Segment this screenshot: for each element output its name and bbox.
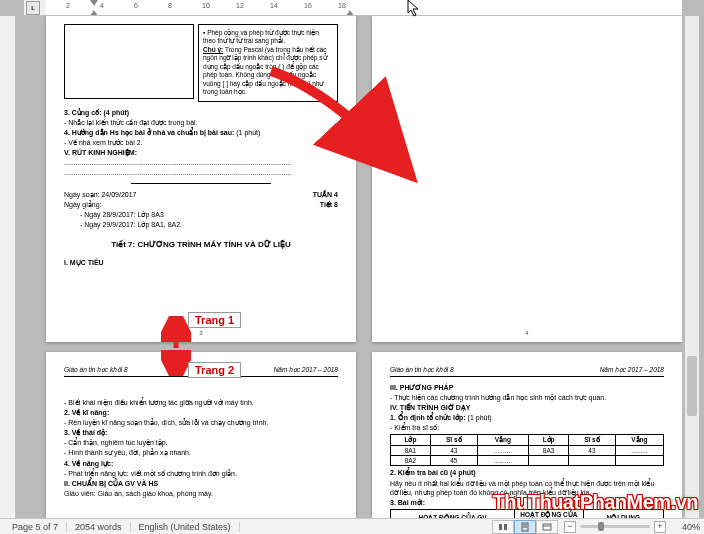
subheading: 3. Về thái độ: bbox=[64, 428, 338, 437]
body-line: - Thực hiện các chương trình hướng dẫn h… bbox=[390, 393, 664, 402]
status-bar: Page 5 of 7 2054 words English (United S… bbox=[0, 518, 704, 534]
document-workspace[interactable]: ▪ Phép cộng và phép trừ được thực hiện t… bbox=[16, 16, 682, 518]
class-line: - Ngày 29/9/2017: Lớp 8A1, 8A2. bbox=[64, 220, 338, 229]
th: Sĩ số bbox=[569, 435, 616, 446]
th: Vắng bbox=[615, 435, 663, 446]
week-label: TUẦN 4 bbox=[313, 190, 338, 199]
header-left: Giáo án tin học khối 8 bbox=[390, 366, 454, 374]
zoom-slider[interactable] bbox=[580, 525, 650, 528]
svg-rect-6 bbox=[543, 524, 551, 530]
indent-marker-top[interactable] bbox=[90, 0, 98, 6]
tab-selector[interactable]: L bbox=[26, 1, 40, 15]
status-page[interactable]: Page 5 of 7 bbox=[4, 522, 67, 532]
note-box: ▪ Phép cộng và phép trừ được thực hiện t… bbox=[198, 24, 338, 102]
section-4-time: (1 phút) bbox=[236, 129, 260, 136]
date-compose: Ngày soạn: 24/09/2017 bbox=[64, 190, 137, 199]
ruler-num: 8 bbox=[168, 2, 172, 9]
section-iii-heading: III. PHƯƠNG PHÁP bbox=[390, 383, 664, 392]
zoom-control: − + 40% bbox=[564, 521, 700, 533]
watermark-logo: ThuThuatPhanMem.vn bbox=[493, 491, 698, 514]
dots-line: ........................................… bbox=[64, 168, 338, 177]
annotation-label-trang2: Trang 2 bbox=[188, 362, 241, 378]
body-line: - Phát triển năng lực: viết một số chươn… bbox=[64, 469, 338, 478]
status-language[interactable]: English (United States) bbox=[131, 522, 240, 532]
header-right: Năm học 2017 – 2018 bbox=[274, 366, 338, 374]
zoom-out-button[interactable]: − bbox=[564, 521, 576, 533]
section-4-heading: 4. Hướng dẫn Hs học bài ở nhà và chuẩn b… bbox=[64, 129, 234, 136]
page-number: 3 bbox=[46, 330, 356, 336]
chu-y-label: Chú ý: bbox=[203, 46, 223, 53]
scrollbar-thumb[interactable] bbox=[687, 356, 697, 416]
empty-cell-box bbox=[64, 24, 194, 99]
section-5-heading: V. RÚT KINH NGHIỆM: bbox=[64, 148, 338, 157]
th: Vắng bbox=[477, 435, 529, 446]
subheading: 2. Về kĩ năng: bbox=[64, 408, 338, 417]
period-label: Tiết 8 bbox=[320, 200, 338, 209]
th: Sĩ số bbox=[430, 435, 477, 446]
body-line: - Hình thành sự yêu, đời, phản xạ nhanh. bbox=[64, 448, 338, 457]
print-layout-button[interactable] bbox=[514, 520, 536, 534]
header-left: Giáo án tin học khối 8 bbox=[64, 366, 128, 374]
page-number: 4 bbox=[372, 330, 682, 336]
zoom-slider-knob[interactable] bbox=[598, 522, 604, 531]
svg-rect-2 bbox=[504, 524, 507, 530]
body-line: - Biết khái niệm điều khiển tương tác gi… bbox=[64, 398, 338, 407]
zoom-in-button[interactable]: + bbox=[654, 521, 666, 533]
ruler-num: 12 bbox=[236, 2, 244, 9]
body-line: Giáo viên: Giáo án, sách giáo khoa, phòn… bbox=[64, 489, 338, 498]
subheading: 4. Về năng lực: bbox=[64, 459, 338, 468]
date-teach: Ngày giảng: bbox=[64, 200, 101, 209]
attendance-table: Lớp Sĩ số Vắng Lớp Sĩ số Vắng 8A143.....… bbox=[390, 434, 664, 466]
table-row: 8A245.......... bbox=[391, 456, 664, 466]
horizontal-ruler[interactable]: L 2 4 6 8 10 12 14 16 18 bbox=[24, 0, 682, 16]
class-line: - Ngày 28/9/2017: Lớp 8A3 bbox=[64, 210, 338, 219]
th: Lớp bbox=[391, 435, 431, 446]
lesson-title: Tiết 7: CHƯƠNG TRÌNH MÁY TÍNH VÀ DỮ LIỆU bbox=[64, 240, 338, 250]
svg-rect-1 bbox=[499, 524, 502, 530]
section-4-line: - Về nhà xem trước bài 2. bbox=[64, 138, 338, 147]
separator bbox=[131, 183, 271, 184]
table-row: 8A143.......... 8A343......... bbox=[391, 446, 664, 456]
ruler-num: 14 bbox=[270, 2, 278, 9]
section-iv-heading: IV. TIẾN TRÌNH GIỜ DẠY bbox=[390, 403, 664, 412]
ruler-num: 18 bbox=[338, 2, 346, 9]
page-4[interactable]: 4 bbox=[372, 16, 682, 342]
subheading: 1. Ổn định tổ chức lớp: bbox=[390, 414, 466, 421]
section-3-line: - Nhắc lại kiến thức cần đạt được trong … bbox=[64, 118, 338, 127]
body-line: - Cẩn thận, nghiêm túc luyện tập. bbox=[64, 438, 338, 447]
time-label: (1 phút) bbox=[468, 414, 492, 421]
view-mode-buttons bbox=[492, 520, 558, 534]
section-ii-heading: II. CHUẨN BỊ CỦA GV VÀ HS bbox=[64, 479, 338, 488]
annotation-label-trang1: Trang 1 bbox=[188, 312, 241, 328]
header-right: Năm học 2017 – 2018 bbox=[600, 366, 664, 374]
ruler-num: 2 bbox=[66, 2, 70, 9]
th: Lớp bbox=[529, 435, 569, 446]
muc-tieu-heading: I. MỤC TIÊU bbox=[64, 258, 338, 267]
body-line: - Kiểm tra sĩ số: bbox=[390, 423, 664, 432]
page-3[interactable]: ▪ Phép cộng và phép trừ được thực hiện t… bbox=[46, 16, 356, 342]
read-mode-button[interactable] bbox=[492, 520, 514, 534]
section-3-heading: 3. Củng cố: (4 phút) bbox=[64, 109, 129, 116]
zoom-percent[interactable]: 40% bbox=[670, 522, 700, 532]
ruler-num: 4 bbox=[100, 2, 104, 9]
status-word-count[interactable]: 2054 words bbox=[67, 522, 131, 532]
web-layout-button[interactable] bbox=[536, 520, 558, 534]
vertical-ruler[interactable] bbox=[0, 16, 16, 518]
ruler-num: 6 bbox=[134, 2, 138, 9]
dots-line: ........................................… bbox=[64, 158, 338, 167]
ruler-num: 10 bbox=[202, 2, 210, 9]
subheading: 2. Kiểm tra bài cũ (4 phút) bbox=[390, 468, 664, 477]
bullet-text: Phép cộng và phép trừ được thực hiện the… bbox=[203, 29, 319, 44]
body-line: - Rèn luyện kĩ năng soạn thảo, dịch, sửa… bbox=[64, 418, 338, 427]
vertical-scrollbar[interactable] bbox=[685, 16, 699, 518]
ruler-scale[interactable]: 2 4 6 8 10 12 14 16 18 bbox=[46, 0, 682, 15]
ruler-num: 16 bbox=[304, 2, 312, 9]
chu-y-text: Trong Pascal (và trong hầu hết các ngôn … bbox=[203, 46, 327, 95]
